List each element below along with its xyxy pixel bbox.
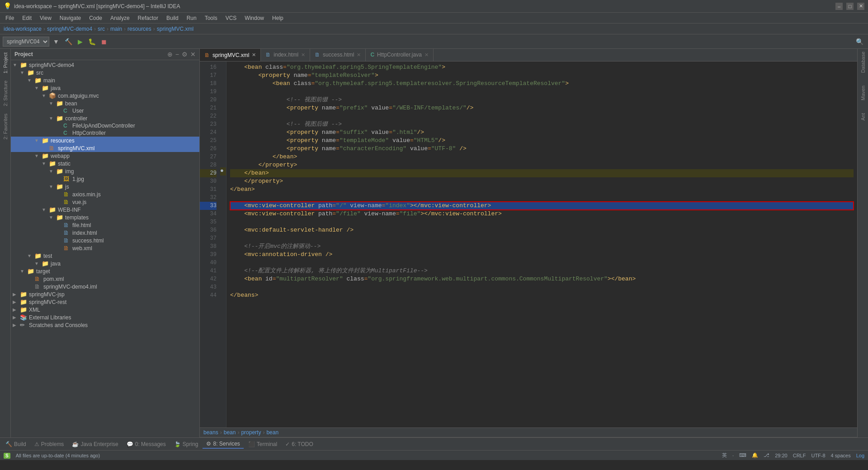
make-project-btn[interactable]: 🔨 [63, 37, 74, 46]
log-btn[interactable]: Log [856, 453, 864, 458]
tree-success-html[interactable]: 🗎 success.html [11, 237, 199, 244]
tree-springmvc-xml[interactable]: 🗎 springMVC.xml [11, 144, 199, 152]
menu-view[interactable]: View [36, 14, 55, 22]
tree-external-libs[interactable]: ▶ 📚 External Libraries [11, 313, 199, 321]
tree-scratches[interactable]: ▶ ✏ Scratches and Consoles [11, 321, 199, 329]
bottom-tab-messages[interactable]: 💬 0: Messages [123, 440, 170, 448]
tab-close-btn[interactable]: ✕ [252, 52, 256, 58]
sidebar-close-btn[interactable]: ✕ [190, 51, 196, 58]
tree-vue[interactable]: 🗎 vue.js [11, 198, 199, 206]
tree-axios[interactable]: 🗎 axios.min.js [11, 190, 199, 198]
bottom-tab-build[interactable]: 🔨 Build [2, 440, 30, 448]
bottom-tab-services[interactable]: ⚙ 8: Services [203, 440, 243, 449]
window-controls[interactable]: – □ ✕ [835, 3, 864, 10]
menu-vcs[interactable]: VCS [222, 14, 241, 22]
maven-btn[interactable]: Maven [859, 85, 867, 101]
menu-build[interactable]: Build [163, 14, 182, 22]
tab-httpcontroller-java[interactable]: C HttpController.java ✕ [366, 49, 433, 61]
breadcrumb-resources[interactable]: resources [127, 26, 151, 32]
bc-beans[interactable]: beans [203, 429, 218, 436]
debug-btn[interactable]: 🐛 [86, 37, 98, 46]
tree-webapp[interactable]: ▼ 📁 webapp [11, 152, 199, 160]
menu-refactor[interactable]: Refactor [134, 14, 162, 22]
bottom-tab-problems[interactable]: ⚠ Problems [31, 440, 68, 448]
bottom-tab-todo[interactable]: ✓ 6: TODO [282, 440, 317, 448]
breadcrumb-project[interactable]: springMVC-demo4 [47, 26, 92, 32]
tree-test-java[interactable]: ▼ 📁 java [11, 260, 199, 267]
tree-httpcontroller[interactable]: C HttpController [11, 129, 199, 137]
code-editor[interactable]: 16171819 20212223 24252627 2829 303132 3… [200, 62, 857, 427]
breadcrumb-main[interactable]: main [110, 26, 122, 32]
tree-target[interactable]: ▼ 📁 target [11, 267, 199, 275]
tree-xml[interactable]: ▶ 📁 XML [11, 306, 199, 313]
tree-file-html[interactable]: 🗎 file.html [11, 221, 199, 229]
tree-controller[interactable]: ▼ 📁 controller [11, 114, 199, 122]
tree-resources[interactable]: ▼ 📁 resources [11, 137, 199, 144]
sidebar-settings-btn[interactable]: ⚙ [182, 51, 188, 58]
tree-static[interactable]: ▼ 📁 static [11, 160, 199, 167]
ant-btn[interactable]: Ant [859, 112, 867, 122]
menu-window[interactable]: Window [241, 14, 268, 22]
bottom-tab-spring[interactable]: 🍃 Spring [170, 440, 202, 448]
tree-pom[interactable]: 🗎 pom.xml [11, 275, 199, 283]
tree-java[interactable]: ▼ 📁 java [11, 84, 199, 92]
minimize-button[interactable]: – [835, 3, 843, 10]
breadcrumb-file[interactable]: springMVC.xml [157, 26, 193, 32]
menu-navigate[interactable]: Navigate [56, 14, 85, 22]
tree-bean-folder[interactable]: ▼ 📁 bean [11, 100, 199, 107]
tree-index-html[interactable]: 🗎 index.html [11, 229, 199, 237]
vtab-project[interactable]: 1: Project [2, 51, 9, 75]
close-button[interactable]: ✕ [857, 3, 864, 10]
menu-run[interactable]: Run [183, 14, 200, 22]
code-line-22 [230, 112, 854, 120]
menu-tools[interactable]: Tools [201, 14, 221, 22]
tree-main[interactable]: ▼ 📁 main [11, 76, 199, 84]
tree-1jpg[interactable]: 🖼 1.jpg [11, 175, 199, 183]
tree-img[interactable]: ▼ 📁 img [11, 167, 199, 175]
vtab-structure[interactable]: 2: Structure [2, 79, 9, 108]
tab-close-btn[interactable]: ✕ [357, 52, 361, 58]
tree-src[interactable]: ▼ 📁 src [11, 69, 199, 76]
menu-analyze[interactable]: Analyze [107, 14, 133, 22]
tree-iml[interactable]: 🗎 springMVC-demo4.iml [11, 283, 199, 290]
tree-springmvc-jsp[interactable]: ▶ 📁 springMVC-jsp [11, 290, 199, 298]
menu-help[interactable]: Help [269, 14, 287, 22]
tree-web-xml[interactable]: 🗎 web.xml [11, 244, 199, 252]
tab-success-html[interactable]: 🗎 success.html ✕ [310, 49, 366, 61]
tree-package[interactable]: ▼ 📦 com.atguigu.mvc [11, 92, 199, 100]
breadcrumb-idea-workspace[interactable]: idea-workspace [4, 26, 42, 32]
maximize-button[interactable]: □ [846, 3, 854, 10]
menu-code[interactable]: Code [85, 14, 106, 22]
search-btn[interactable]: 🔍 [854, 37, 865, 46]
tab-close-btn[interactable]: ✕ [425, 52, 429, 58]
sidebar-locate-btn[interactable]: ⊕ [167, 51, 173, 58]
tree-filecontroller[interactable]: C FileUpAndDownController [11, 122, 199, 129]
tree-js[interactable]: ▼ 📁 js [11, 183, 199, 190]
tab-springmvc-xml[interactable]: 🗎 springMVC.xml ✕ [200, 49, 261, 61]
sidebar-collapse-btn[interactable]: − [175, 51, 179, 58]
tree-webinf[interactable]: ▼ 📁 WEB-INF [11, 206, 199, 214]
stop-btn[interactable]: ◼ [99, 37, 108, 46]
code-content[interactable]: <bean class="org.thymeleaf.spring5.Sprin… [226, 62, 857, 427]
menu-file[interactable]: File [2, 14, 18, 22]
tree-springmvc-rest[interactable]: ▶ 📁 springMVC-rest [11, 298, 199, 306]
run-btn[interactable]: ▶ [76, 37, 85, 46]
tree-springMVC-demo4[interactable]: ▼ 📁 springMVC-demo4 [11, 61, 199, 69]
breadcrumb-src[interactable]: src [98, 26, 105, 32]
tree-templates[interactable]: ▼ 📁 templates [11, 214, 199, 221]
java-icon: C [63, 108, 71, 114]
database-btn[interactable]: Database [859, 51, 867, 74]
tab-close-btn[interactable]: ✕ [301, 52, 305, 58]
bc-property[interactable]: property [241, 429, 261, 436]
menu-edit[interactable]: Edit [19, 14, 35, 22]
bc-bean[interactable]: bean [224, 429, 236, 436]
vtab-favorites[interactable]: 2: Favorites [2, 112, 9, 141]
bc-bean2[interactable]: bean [266, 429, 278, 436]
tree-user[interactable]: C User [11, 107, 199, 114]
bottom-tab-terminal[interactable]: ⬛ Terminal [245, 440, 281, 448]
tree-test[interactable]: ▼ 📁 test [11, 252, 199, 260]
bottom-tab-java-enterprise[interactable]: ☕ Java Enterprise [68, 440, 122, 448]
run-config-select[interactable]: springMVC04 [3, 37, 49, 47]
tab-index-html[interactable]: 🗎 index.html ✕ [261, 49, 310, 61]
run-config-dropdown[interactable]: ▼ [51, 37, 61, 46]
